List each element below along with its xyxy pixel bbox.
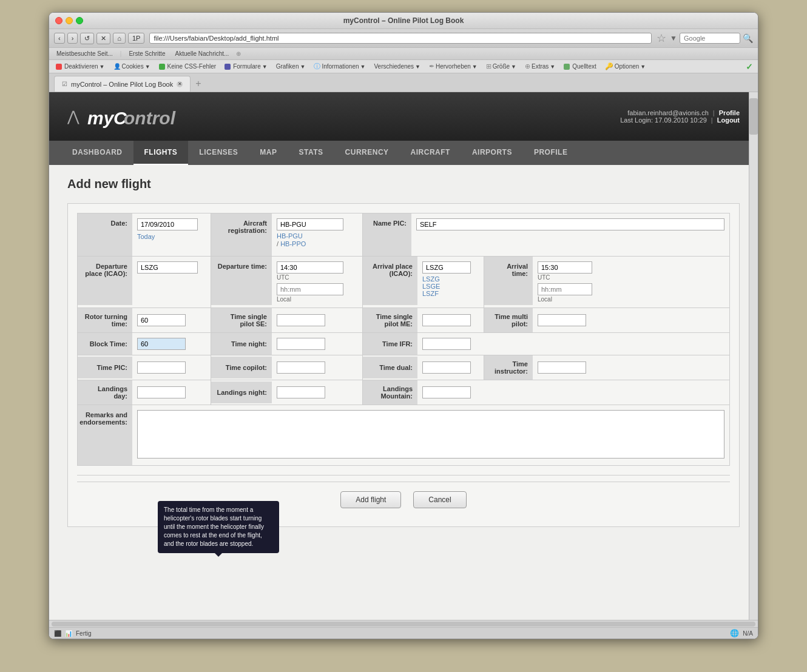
landings-mountain-cell: Landings Mountain:	[363, 380, 729, 405]
arrival-time-local-input[interactable]	[538, 283, 592, 295]
landings-night-input[interactable]	[277, 386, 325, 398]
nav-licenses[interactable]: LICENSES	[188, 141, 249, 165]
vertical-scrollbar[interactable]	[749, 92, 758, 620]
aircraft-suggestion-1[interactable]: HB-PGU	[277, 232, 357, 240]
dev-informationen[interactable]: ⓘ Informationen ▼	[312, 61, 367, 72]
landings-night-input-area	[272, 381, 362, 403]
arrival-time-utc-input[interactable]	[538, 261, 592, 274]
single-me-input[interactable]	[422, 314, 471, 326]
today-link[interactable]: Today	[137, 233, 206, 240]
dev-deaktivieren[interactable]: Deaktivieren ▼	[54, 62, 107, 70]
star-icon[interactable]: ☆	[657, 32, 666, 45]
departure-time-local-input[interactable]	[277, 283, 343, 295]
dev-grafiken[interactable]: Grafiken ▼	[274, 62, 308, 70]
nav-currency[interactable]: CURRENCY	[334, 141, 400, 165]
landings-day-input[interactable]	[137, 386, 186, 398]
departure-time-utc-input[interactable]	[277, 261, 343, 274]
time-copilot-input[interactable]	[277, 361, 325, 374]
browser-tab[interactable]: ☑ myControl – Online Pilot Log Book ✕	[54, 76, 191, 92]
dev-cookies[interactable]: 👤 Cookies ▼	[112, 62, 152, 70]
nav-aircraft[interactable]: AIRCRAFT	[400, 141, 461, 165]
landings-day-input-area	[132, 381, 211, 403]
nav-airports[interactable]: AIRPORTS	[461, 141, 523, 165]
bookmark-item[interactable]: Meistbesuchte Seit...	[54, 50, 115, 58]
rotor-label: Rotor turning time:	[78, 308, 132, 332]
name-pic-input[interactable]	[416, 218, 724, 230]
single-se-input[interactable]	[277, 314, 325, 326]
block-time-label: Block Time:	[78, 333, 132, 355]
time-ifr-cell: Time IFR:	[363, 333, 729, 355]
bookmark-item[interactable]: Aktuelle Nachricht...	[172, 50, 231, 58]
time-instructor-input[interactable]	[538, 361, 586, 374]
dev-optionen[interactable]: 🔑 Optionen ▼	[603, 62, 648, 71]
close-button-icon[interactable]	[55, 17, 62, 24]
dev-hervorheben[interactable]: ✒ Hervorheben ▼	[427, 62, 479, 71]
info-icon: ⓘ	[314, 62, 320, 71]
dev-extras[interactable]: ⊕ Extras ▼	[523, 62, 557, 71]
new-tab-button[interactable]: +	[191, 76, 206, 92]
back-button[interactable]: ‹	[54, 33, 65, 44]
status-right: 🌐 N/A	[730, 629, 753, 637]
minimize-button-icon[interactable]	[66, 17, 73, 24]
form-row-2: Departure place (ICAO): Departure time: …	[77, 256, 730, 307]
landings-day-cell: Landings day:	[78, 380, 211, 405]
dev-formulare[interactable]: Formulare ▼	[223, 62, 269, 70]
time-ifr-input-area	[417, 333, 729, 355]
add-flight-button[interactable]: Add flight	[340, 491, 401, 508]
time-ifr-input[interactable]	[422, 338, 471, 350]
multi-pilot-input[interactable]	[538, 314, 586, 326]
nav-flights[interactable]: FLIGHTS	[133, 141, 189, 165]
arrival-suggestion-1[interactable]: LSZG	[422, 275, 479, 283]
home-button[interactable]: ⌂	[113, 33, 126, 44]
arrival-suggestion-2[interactable]: LSGE	[422, 283, 479, 290]
arrival-place-input[interactable]	[422, 261, 471, 274]
departure-place-input[interactable]	[137, 261, 198, 274]
logout-link[interactable]: Logout	[717, 116, 740, 124]
deaktivieren-icon	[56, 64, 62, 70]
dev-groesse[interactable]: ⊞ Größe ▼	[484, 62, 518, 71]
cancel-button[interactable]: Cancel	[413, 491, 466, 508]
dev-verschiedenes[interactable]: Verschiedenes ▼	[372, 62, 422, 70]
aircraft-registration-input[interactable]	[277, 218, 343, 230]
date-input[interactable]	[137, 218, 198, 230]
address-bar[interactable]	[149, 33, 652, 44]
remarks-textarea[interactable]	[137, 410, 724, 459]
aircraft-suggestion-2[interactable]: HB-PPO	[280, 240, 306, 247]
landings-mountain-input[interactable]	[422, 386, 471, 398]
horizontal-scrollbar[interactable]	[49, 620, 758, 627]
arrival-suggestion-3[interactable]: LSZF	[422, 290, 479, 297]
nav-stats[interactable]: STATS	[288, 141, 334, 165]
maximize-button-icon[interactable]	[76, 17, 83, 24]
nav-dashboard[interactable]: DASHBOARD	[61, 141, 133, 165]
dropdown-icon: ▼	[360, 64, 366, 70]
stop-button[interactable]: ✕	[96, 33, 110, 44]
profile-link[interactable]: Profile	[719, 109, 740, 116]
dropdown-icon[interactable]: ▼	[670, 34, 677, 42]
search-icon[interactable]: 🔍	[743, 33, 753, 43]
dev-css[interactable]: Keine CSS-Fehler	[157, 62, 218, 70]
forward-button[interactable]: ›	[67, 33, 78, 44]
remarks-label: Remarks and endorsements:	[78, 405, 132, 465]
time-dual-input-area	[417, 357, 484, 378]
svg-text:ontrol: ontrol	[124, 108, 176, 128]
search-input[interactable]	[680, 33, 740, 44]
form-row-3: Rotor turning time: Time single pilot SE…	[77, 307, 730, 332]
time-night-input[interactable]	[277, 338, 325, 350]
dropdown-icon: ▼	[472, 64, 478, 70]
nav-map[interactable]: MAP	[249, 141, 288, 165]
source-icon	[564, 64, 570, 70]
tab-close-button[interactable]: ✕	[177, 81, 183, 87]
rotor-turning-input[interactable]	[137, 314, 186, 326]
time-dual-input[interactable]	[422, 361, 471, 374]
user-email: fabian.reinhard@avionis.ch	[627, 109, 708, 116]
reload-button[interactable]: ↺	[80, 33, 94, 44]
bookmark-item[interactable]: Erste Schritte	[126, 50, 167, 58]
nav-profile[interactable]: PROFILE	[523, 141, 579, 165]
plugin-button[interactable]: 1P	[128, 33, 144, 44]
name-pic-input-area	[411, 213, 729, 235]
time-pic-input[interactable]	[137, 361, 186, 374]
multi-pilot-input-area	[533, 309, 729, 331]
scrollbar-thumb[interactable]	[749, 98, 758, 135]
block-time-input[interactable]	[137, 338, 186, 350]
dev-quelltext[interactable]: Quelltext	[562, 62, 598, 70]
